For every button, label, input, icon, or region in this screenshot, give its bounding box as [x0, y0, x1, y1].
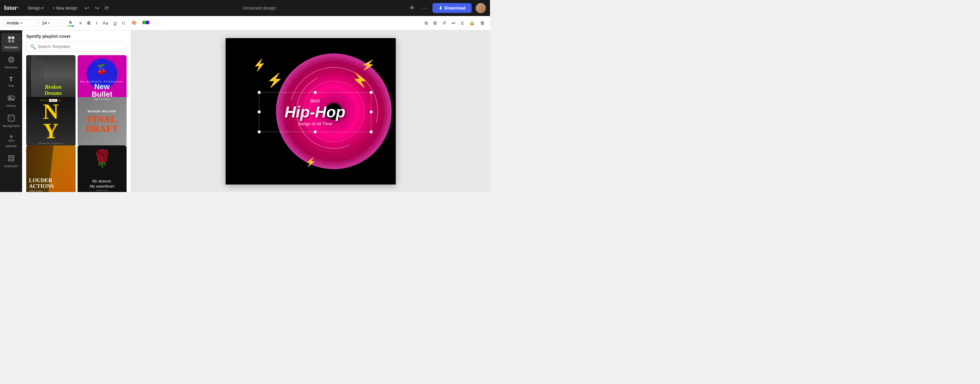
flip-button[interactable]: ⇔ — [450, 19, 457, 27]
sidebar-item-elements[interactable]: Elements — [2, 53, 21, 72]
sidebar-item-extension[interactable]: Extension — [2, 152, 21, 170]
new-design-button[interactable]: + New design — [50, 5, 80, 12]
copy-button[interactable]: ⧉ — [423, 19, 430, 27]
uploads-label: Uploads — [5, 144, 17, 148]
sidebar-item-photos[interactable]: Photos — [2, 92, 21, 110]
lightning-right-icon: ⚡ — [361, 57, 376, 72]
case-button[interactable]: Aa — [101, 19, 110, 27]
template-item-5[interactable]: LOUDERACTIONS AIDEN JONES — [26, 145, 76, 192]
download-label: Download — [444, 5, 466, 11]
font-toolbar: Amble ▾ 14 ▾ A ≡ B I Aa U I↕ 🎨 — [0, 16, 490, 30]
sidebar-item-templates[interactable]: Templates — [2, 33, 21, 52]
background-icon — [8, 115, 15, 123]
bold-icon: B — [88, 21, 91, 25]
extension-icon — [8, 155, 15, 163]
undo-button[interactable]: ↩ — [83, 3, 91, 13]
gradient-button[interactable] — [140, 19, 151, 27]
background-label: Background — [3, 124, 19, 127]
handle-br — [369, 130, 372, 133]
preview-button[interactable]: 👁 — [408, 4, 416, 13]
design-menu-button[interactable]: Design ▾ — [25, 5, 46, 12]
search-icon: 🔍 — [30, 44, 36, 49]
text-icon: T — [9, 76, 13, 83]
text-color-button[interactable]: A — [65, 18, 76, 28]
extension-label: Extension — [5, 164, 18, 168]
font-chevron-icon: ▾ — [21, 21, 22, 25]
gradient-icon — [143, 20, 150, 26]
sidebar-item-uploads[interactable]: Uploads — [2, 132, 21, 150]
panel-header: Spotify playlist cover — [22, 30, 130, 41]
text-color-icon: A — [67, 20, 74, 27]
bolt-yellow-left-icon: ⚡ — [266, 72, 283, 88]
lock-button[interactable]: 🔒 — [467, 19, 477, 27]
align-icon: ≡ — [79, 21, 82, 25]
layers-icon: ⧖ — [461, 21, 464, 26]
text-overlay-container[interactable]: Best Hip-Hop Songs of All Time — [259, 92, 371, 132]
sidebar-item-text[interactable]: T Text — [2, 73, 21, 90]
svg-rect-2 — [155, 20, 160, 25]
align-center-button[interactable]: ⊞ — [431, 19, 439, 27]
font-size-selector[interactable]: 14 ▾ — [39, 19, 59, 27]
elements-icon — [8, 56, 15, 65]
italic-icon: I — [96, 21, 97, 25]
app-logo[interactable]: f otor ® — [4, 5, 19, 11]
template-item-2[interactable]: 🍒 My Acoustic Production NewBullet Jazz … — [78, 55, 127, 105]
uploads-icon — [8, 134, 15, 143]
italic-button[interactable]: I — [94, 19, 99, 27]
font-family-selector[interactable]: Amble ▾ — [3, 19, 37, 27]
share-button[interactable]: ⋯ — [420, 3, 428, 13]
text-songs: Songs of All Time — [266, 121, 364, 126]
templates-grid: Anthony and Curtis BrokenDreams VOL. 3 — [22, 55, 130, 192]
templates-label: Templates — [4, 46, 18, 49]
history-button[interactable]: ⟳ — [103, 3, 110, 13]
search-input[interactable] — [38, 44, 123, 49]
lightning-left-icon: ⚡ — [252, 57, 267, 72]
redo-button[interactable]: ↪ — [93, 3, 100, 13]
lightning-bottom-icon: ⚡ — [305, 157, 316, 167]
template-item-3[interactable]: Welcome to NY Essential Collection — [26, 97, 76, 147]
elements-label: Elements — [5, 66, 18, 69]
sidebar-item-background[interactable]: Background — [2, 112, 21, 131]
templates-icon — [8, 36, 15, 45]
user-avatar[interactable] — [476, 3, 486, 13]
svg-rect-15 — [12, 159, 14, 161]
redo-icon: ↪ — [95, 5, 99, 11]
color-fill-button[interactable]: 🎨 — [129, 18, 139, 28]
text-align-button[interactable]: ≡ — [77, 19, 84, 27]
rotate-button[interactable]: ↺ — [440, 19, 448, 27]
templates-panel: Spotify playlist cover 🔍 Anthony and Cur… — [22, 30, 131, 192]
underline-button[interactable]: U — [111, 19, 119, 27]
chevron-down-icon: ▾ — [42, 6, 43, 10]
design-canvas[interactable]: ⚡ ⚡ ⚡ ⚡ ⚡ Best — [226, 38, 396, 185]
color-fill-icon: 🎨 — [131, 19, 137, 27]
svg-rect-1 — [143, 21, 150, 24]
delete-button[interactable]: 🗑 — [478, 19, 487, 27]
texture-icon — [155, 20, 160, 26]
font-size-chevron-icon: ▾ — [48, 21, 50, 25]
design-title[interactable]: Unnamed design — [114, 5, 404, 11]
svg-rect-8 — [10, 58, 13, 61]
canvas-area[interactable]: ⚡ ⚡ ⚡ ⚡ ⚡ Best — [131, 30, 490, 192]
top-navigation-bar: f otor ® Design ▾ + New design ↩ ↪ ⟳ Unn… — [0, 0, 490, 16]
svg-rect-11 — [8, 115, 14, 121]
rotate-icon: ↺ — [442, 21, 446, 25]
layers-button[interactable]: ⧖ — [459, 19, 466, 27]
svg-rect-4 — [11, 37, 14, 39]
template-item-4[interactable]: MASON WILSON FINALDRAFT — [78, 97, 127, 147]
history-actions: ↩ ↪ ⟳ — [83, 3, 110, 13]
svg-rect-12 — [8, 156, 11, 158]
texture-button[interactable] — [153, 18, 162, 27]
lock-icon: 🔒 — [469, 21, 475, 25]
handle-tl — [258, 91, 261, 94]
svg-rect-3 — [8, 37, 11, 39]
right-toolbar: ⧉ ⊞ ↺ ⇔ ⧖ 🔒 🗑 — [423, 19, 487, 27]
bold-button[interactable]: B — [86, 19, 92, 27]
letter-spacing-button[interactable]: I↕ — [120, 19, 127, 27]
main-layout: Templates Elements T Text P — [0, 30, 490, 192]
download-button[interactable]: ⬇ Download — [433, 3, 472, 13]
template-item-6[interactable]: 🌹 My dearest,My sweetheart Ashley Hoyle — [78, 145, 127, 192]
svg-rect-5 — [8, 40, 11, 43]
letter-spacing-icon: I↕ — [122, 21, 126, 25]
copy-icon: ⧉ — [425, 21, 428, 26]
case-icon: Aa — [103, 21, 108, 25]
